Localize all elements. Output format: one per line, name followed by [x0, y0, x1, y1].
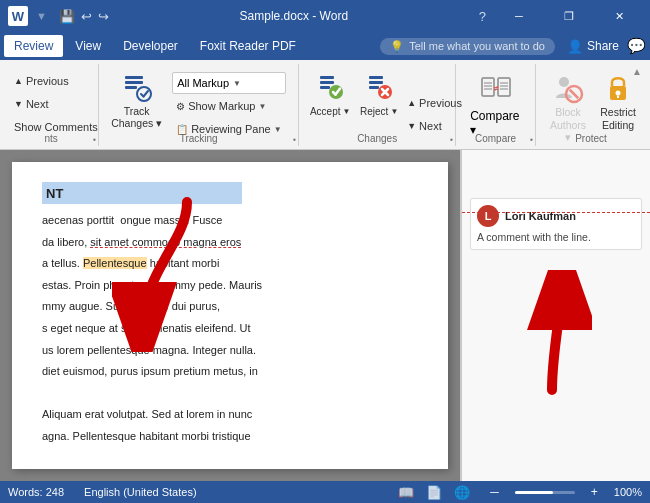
down-arrow-icon: ▼ [14, 99, 23, 109]
svg-rect-2 [125, 86, 137, 89]
status-view-read[interactable]: 📖 [398, 485, 414, 500]
show-markup-arrow: ▼ [258, 102, 266, 111]
svg-rect-13 [369, 81, 383, 84]
svg-rect-19 [498, 78, 510, 96]
svg-rect-0 [125, 76, 143, 79]
protect-group-label: Protect [536, 133, 646, 144]
next-icon: ▼ [407, 121, 416, 131]
share-button[interactable]: Share [587, 39, 619, 53]
title-bar-left: W ▼ 💾 ↩ ↪ [8, 6, 109, 26]
restore-button[interactable]: ❐ [546, 0, 592, 32]
status-bar: Words: 248 English (United States) 📖 📄 🌐… [0, 481, 650, 503]
ribbon-group-changes: Accept ▼ [299, 64, 456, 146]
search-box[interactable]: 💡 Tell me what you want to do [380, 38, 555, 55]
prev-icon: ▲ [407, 98, 416, 108]
document-page[interactable]: NT aecenas porttit ongue massa. Fusce da… [12, 162, 448, 469]
menu-search-area: 💡 Tell me what you want to do 👤 Share 💬 [380, 37, 646, 55]
title-text: Sample.docx - Word [109, 9, 479, 23]
up-arrow-icon: ▲ [14, 76, 23, 86]
reject-icon [365, 72, 393, 103]
reject-button[interactable]: Reject ▼ [357, 68, 401, 134]
accept-button[interactable]: Accept ▼ [305, 68, 355, 134]
status-view-web[interactable]: 🌐 [454, 485, 470, 500]
person-icon: 👤 [567, 39, 583, 54]
ribbon-group-compare: ≠ Compare ▾ Compare ▪ [456, 64, 536, 146]
status-language: English (United States) [84, 486, 197, 498]
ribbon-group-comments: ▲ Previous ▼ Next Show Comments nts ▪ [4, 64, 99, 146]
svg-rect-6 [320, 76, 334, 79]
show-markup-button[interactable]: ⚙ Show Markup ▼ [172, 95, 285, 117]
comment-text: A comment with the line. [477, 231, 635, 243]
redo-icon[interactable]: ↪ [98, 9, 109, 24]
accept-icon [316, 72, 344, 103]
block-authors-button[interactable]: BlockAuthors ▾ [542, 68, 594, 134]
comment-author-row: L Lori Kaufman [477, 205, 635, 227]
menu-item-developer[interactable]: Developer [113, 35, 188, 57]
comments-group-expand-icon[interactable]: ▪ [93, 135, 96, 144]
svg-rect-7 [320, 81, 334, 84]
zoom-slider[interactable] [515, 491, 575, 494]
changes-group-expand-icon[interactable]: ▪ [450, 135, 453, 144]
menu-item-foxit[interactable]: Foxit Reader PDF [190, 35, 306, 57]
svg-point-3 [137, 87, 151, 101]
comment-avatar: L [477, 205, 499, 227]
compare-group-expand-icon[interactable]: ▪ [530, 135, 533, 144]
heading-text: NT [46, 186, 63, 201]
svg-rect-12 [369, 76, 383, 79]
comments-group-label: nts [4, 133, 98, 144]
tracking-group-label: Tracking [99, 133, 298, 144]
status-zoom-out[interactable]: ─ [490, 485, 499, 499]
all-markup-select[interactable]: All Markup ▼ [172, 72, 285, 94]
svg-rect-8 [320, 86, 330, 89]
track-changes-label: TrackChanges ▾ [111, 105, 162, 130]
menu-bar: Review View Developer Foxit Reader PDF 💡… [0, 32, 650, 60]
previous-comment-button[interactable]: ▲ Previous [10, 70, 73, 92]
ribbon: ▲ Previous ▼ Next Show Comments nts ▪ [0, 60, 650, 150]
menu-item-review[interactable]: Review [4, 35, 63, 57]
track-changes-button[interactable]: TrackChanges ▾ [105, 68, 168, 134]
comment-box[interactable]: L Lori Kaufman A comment with the line. [470, 198, 642, 250]
reject-label: Reject ▼ [360, 106, 398, 117]
status-zoom-in[interactable]: + [591, 485, 598, 499]
svg-point-31 [616, 91, 621, 96]
next-comment-button[interactable]: ▼ Next [10, 93, 53, 115]
track-changes-icon [121, 72, 153, 103]
minimize-button[interactable]: ─ [496, 0, 542, 32]
changes-group-label: Changes [299, 133, 455, 144]
markup-dropdown-arrow: ▼ [233, 79, 241, 88]
compare-button[interactable]: ≠ Compare ▾ [462, 68, 529, 134]
block-authors-icon [552, 72, 584, 104]
document-text: aecenas porttit ongue massa. Fusce da li… [42, 212, 418, 446]
help-icon[interactable]: ? [479, 9, 486, 24]
document-area: NT aecenas porttit ongue massa. Fusce da… [0, 150, 650, 481]
svg-point-27 [559, 77, 569, 87]
show-markup-icon: ⚙ [176, 101, 185, 112]
svg-text:≠: ≠ [494, 84, 499, 93]
share-area: 👤 Share [567, 39, 619, 54]
comment-button[interactable]: 💬 [627, 37, 646, 55]
restrict-editing-label: RestrictEditing [600, 106, 636, 131]
svg-rect-1 [125, 81, 143, 84]
close-button[interactable]: ✕ [596, 0, 642, 32]
collapse-ribbon-button[interactable]: ▲ [628, 64, 646, 79]
compare-icon: ≠ [480, 72, 512, 107]
word-icon: W [8, 6, 28, 26]
compare-group-label: Compare [456, 133, 535, 144]
status-view-print[interactable]: 📄 [426, 485, 442, 500]
accept-label: Accept ▼ [310, 106, 351, 117]
markup-label: All Markup [177, 77, 229, 89]
search-placeholder: Tell me what you want to do [409, 40, 545, 52]
status-zoom-level: 100% [614, 486, 642, 498]
comment-line [462, 212, 650, 213]
svg-rect-14 [369, 86, 379, 89]
title-bar: W ▼ 💾 ↩ ↪ Sample.docx - Word ? ─ ❐ ✕ [0, 0, 650, 32]
tracking-group-expand-icon[interactable]: ▪ [293, 135, 296, 144]
ribbon-group-tracking: TrackChanges ▾ All Markup ▼ ⚙ Show Marku… [99, 64, 299, 146]
status-word-count: Words: 248 [8, 486, 64, 498]
menu-item-view[interactable]: View [65, 35, 111, 57]
svg-line-5 [143, 91, 148, 97]
arrow-up-overlay [512, 270, 592, 403]
undo-icon[interactable]: ↩ [81, 9, 92, 24]
lightbulb-icon: 💡 [390, 40, 404, 53]
save-icon[interactable]: 💾 [59, 9, 75, 24]
